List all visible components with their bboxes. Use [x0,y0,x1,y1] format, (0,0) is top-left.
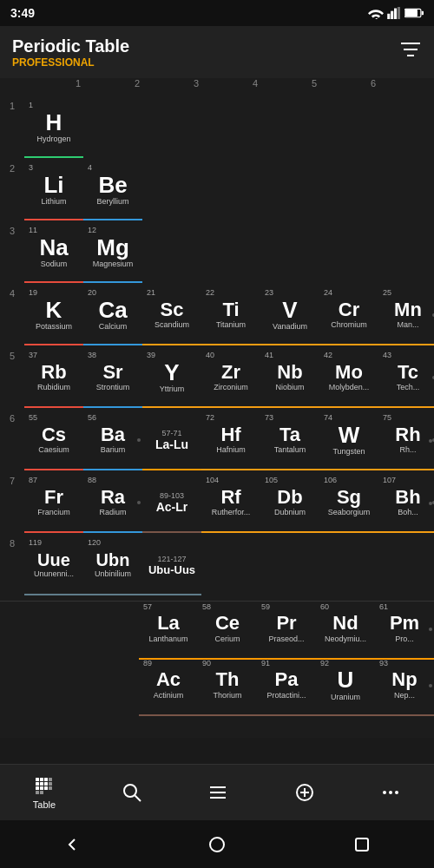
col-5: 5 [285,78,344,97]
actinide-row: 89 Ac Actinium 90 Th Thorium 91 Pa Prota… [0,658,434,714]
period-row-4: 4 19 K Potassium 20 Ca Calcium 21 Sc Sca… [0,285,434,347]
home-icon [208,836,226,853]
element-Bh[interactable]: 107 Bh Boh... [378,474,434,533]
home-button[interactable] [200,827,234,862]
element-Rh[interactable]: 75 Rh Rh... [378,411,434,470]
element-K[interactable]: 19 K Potassium [24,286,83,345]
element-Ce[interactable]: 58 Ce Cerium [198,601,257,660]
period-num-1: 1 [0,97,24,111]
element-Cs[interactable]: 55 Cs Caesium [24,411,83,470]
svg-rect-36 [356,838,368,851]
period-row-2: 2 3 Li Lithium 4 Be Beryllium [0,160,434,222]
element-Rf[interactable]: 104 Rf Rutherfor... [201,474,260,533]
element-Pa[interactable]: 91 Pa Protactini... [257,657,316,716]
element-Fr[interactable]: 87 Fr Francium [24,474,83,533]
period-row-1: 1 1 H Hydrogen [0,97,434,160]
nav-search[interactable] [109,777,155,808]
element-Pr[interactable]: 59 Pr Praseod... [257,601,316,660]
back-button[interactable] [55,827,89,862]
element-La-Lu-range[interactable]: 57-71 La-Lu [142,411,201,470]
period-num-7: 7 [0,472,24,486]
element-Mg[interactable]: 12 Mg Magnesium [83,224,142,283]
app-title: Periodic Table [12,36,129,56]
element-Sg[interactable]: 106 Sg Seaborgium [319,474,378,533]
svg-rect-22 [36,791,39,794]
element-Mo[interactable]: 42 Mo Molybden... [319,349,378,408]
element-Be[interactable]: 4 Be Beryllium [83,161,142,220]
col-3: 3 [167,78,226,97]
col-1: 1 [49,78,108,97]
element-Sr[interactable]: 38 Sr Strontium [83,349,142,408]
period-num-3: 3 [0,222,24,236]
element-H[interactable]: 1 H Hydrogen [24,99,83,158]
element-La[interactable]: 57 La Lanthanum [139,601,198,660]
element-Db[interactable]: 105 Db Dubnium [260,474,319,533]
col-2: 2 [108,78,167,97]
element-Ti[interactable]: 22 Ti Titanium [201,286,260,345]
nav-table[interactable]: Table [21,771,68,815]
nav-more[interactable] [368,777,413,808]
svg-rect-17 [49,782,52,786]
period-row-3: 3 11 Na Sodium 12 Mg Magnesium [0,222,434,285]
element-Y[interactable]: 39 Y Yttrium [142,349,201,408]
recents-button[interactable] [345,827,379,862]
lanthanide-row: 57 La Lanthanum 58 Ce Cerium 59 Pr Prase… [0,602,434,658]
bottom-nav: Table [0,764,434,820]
list-icon [207,782,228,803]
element-U[interactable]: 92 U Uranium [316,657,375,716]
element-Rb[interactable]: 37 Rb Rubidium [24,349,83,408]
element-Ta[interactable]: 73 Ta Tantalum [260,411,319,470]
element-Tc[interactable]: 43 Tc Tech... [378,349,434,408]
element-Hf[interactable]: 72 Hf Hafnium [201,411,260,470]
back-icon [63,836,81,853]
svg-rect-12 [44,778,48,781]
element-Ra[interactable]: 88 Ra Radium [83,474,142,533]
nav-list[interactable] [195,777,240,808]
nav-add[interactable] [282,777,327,808]
element-Zr[interactable]: 40 Zr Zirconium [201,349,260,408]
table-icon [34,776,55,797]
svg-rect-18 [36,786,39,790]
period-num-8: 8 [0,535,24,549]
period-row-7: 7 87 Fr Francium 88 Ra Radium 89-103 Ac-… [0,472,434,535]
col-6: 6 [344,78,403,97]
element-Np[interactable]: 93 Np Nep... [375,657,434,716]
element-Li[interactable]: 3 Li Lithium [24,161,83,220]
svg-rect-11 [40,778,43,781]
search-icon [122,782,142,803]
svg-rect-16 [44,782,48,786]
element-Ubu-range[interactable]: 121-127 Ubu-Uus [142,536,201,595]
period-num-5: 5 [0,347,24,361]
more-icon [380,782,401,803]
status-bar: 3:49 [0,0,434,26]
element-Ubn[interactable]: 120 Ubn Unbinilium [83,536,142,595]
element-Nd[interactable]: 60 Nd Neodymiu... [316,601,375,660]
svg-rect-13 [49,778,52,781]
svg-line-25 [135,796,141,802]
element-Uue[interactable]: 119 Uue Ununenni... [24,536,83,595]
element-Ac-Lr-range[interactable]: 89-103 Ac-Lr [142,474,201,533]
element-Th[interactable]: 90 Th Thorium [198,657,257,716]
svg-point-33 [389,791,392,794]
wifi-icon [368,7,384,19]
element-Ac[interactable]: 89 Ac Actinium [139,657,198,716]
element-Na[interactable]: 11 Na Sodium [24,224,83,283]
header: Periodic Table PROFESSIONAL [0,26,434,78]
svg-rect-3 [398,7,400,19]
filter-button[interactable] [399,40,422,64]
element-Nb[interactable]: 41 Nb Niobium [260,349,319,408]
element-W[interactable]: 74 W Tungsten [319,411,378,470]
system-nav-bar [0,820,434,868]
element-Pm[interactable]: 61 Pm Pro... [375,601,434,660]
element-Ba[interactable]: 56 Ba Barium [83,411,142,470]
svg-rect-23 [40,791,43,794]
svg-point-32 [383,791,386,794]
nav-table-label: Table [33,799,56,810]
element-Cr[interactable]: 24 Cr Chromium [319,286,378,345]
element-V[interactable]: 23 V Vanadium [260,286,319,345]
element-Sc[interactable]: 21 Sc Scandium [142,286,201,345]
element-Ca[interactable]: 20 Ca Calcium [83,286,142,345]
svg-rect-20 [44,786,48,790]
svg-point-35 [210,838,224,852]
element-Mn[interactable]: 25 Mn Man... [378,286,434,345]
